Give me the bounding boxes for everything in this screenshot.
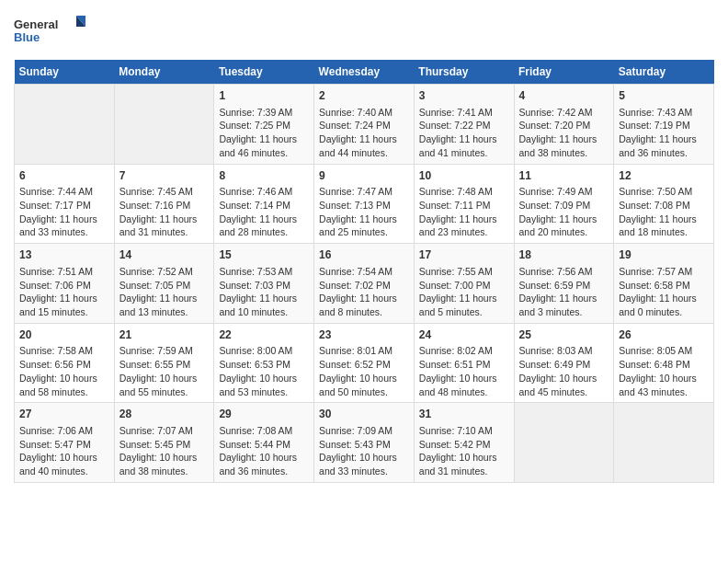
cell-text: Daylight: 10 hours and 43 minutes. [619, 372, 709, 398]
cell-text: Daylight: 10 hours and 36 minutes. [219, 451, 309, 477]
day-number: 13 [19, 247, 109, 263]
day-number: 12 [619, 168, 709, 184]
day-header-thursday: Thursday [414, 60, 514, 85]
logo: General Blue [14, 14, 87, 51]
cell-text: Daylight: 11 hours and 10 minutes. [219, 292, 309, 318]
cell-text: Daylight: 10 hours and 40 minutes. [19, 451, 109, 477]
calendar-cell: 1Sunrise: 7:39 AMSunset: 7:25 PMDaylight… [214, 85, 314, 165]
calendar-week-3: 13Sunrise: 7:51 AMSunset: 7:06 PMDayligh… [15, 244, 714, 324]
cell-text: Sunrise: 7:40 AM [319, 106, 409, 120]
logo-svg: General Blue [14, 14, 87, 51]
cell-text: Daylight: 10 hours and 53 minutes. [219, 372, 309, 398]
calendar-header: SundayMondayTuesdayWednesdayThursdayFrid… [15, 60, 714, 85]
day-header-friday: Friday [514, 60, 614, 85]
calendar-cell: 26Sunrise: 8:05 AMSunset: 6:48 PMDayligh… [614, 323, 714, 403]
cell-text: Sunrise: 7:47 AM [319, 185, 409, 199]
cell-text: Sunrise: 8:01 AM [319, 344, 409, 358]
calendar-cell [114, 85, 214, 165]
calendar-cell: 12Sunrise: 7:50 AMSunset: 7:08 PMDayligh… [614, 164, 714, 244]
cell-text: Sunset: 6:49 PM [519, 358, 609, 372]
cell-text: Sunrise: 7:08 AM [219, 424, 309, 438]
calendar-cell [15, 85, 115, 165]
cell-text: Sunrise: 7:57 AM [619, 265, 709, 279]
calendar-cell: 31Sunrise: 7:10 AMSunset: 5:42 PMDayligh… [414, 403, 514, 483]
cell-text: Daylight: 11 hours and 25 minutes. [319, 213, 409, 239]
cell-text: Sunset: 5:42 PM [419, 438, 509, 452]
day-header-wednesday: Wednesday [314, 60, 415, 85]
calendar-cell: 28Sunrise: 7:07 AMSunset: 5:45 PMDayligh… [114, 403, 214, 483]
cell-text: Sunset: 7:16 PM [119, 199, 210, 213]
cell-text: Sunrise: 7:39 AM [219, 106, 309, 120]
calendar-cell: 7Sunrise: 7:45 AMSunset: 7:16 PMDaylight… [114, 164, 214, 244]
day-number: 6 [19, 168, 109, 184]
calendar-cell: 14Sunrise: 7:52 AMSunset: 7:05 PMDayligh… [114, 244, 214, 324]
page-header: General Blue [14, 14, 714, 51]
cell-text: Sunset: 6:56 PM [19, 358, 109, 372]
cell-text: Sunrise: 8:05 AM [619, 344, 709, 358]
calendar-cell: 10Sunrise: 7:48 AMSunset: 7:11 PMDayligh… [414, 164, 514, 244]
cell-text: Daylight: 10 hours and 48 minutes. [419, 372, 509, 398]
cell-text: Sunrise: 7:53 AM [219, 265, 309, 279]
cell-text: Sunset: 6:58 PM [619, 279, 709, 293]
calendar-cell: 2Sunrise: 7:40 AMSunset: 7:24 PMDaylight… [314, 85, 415, 165]
cell-text: Sunset: 7:09 PM [519, 199, 609, 213]
cell-text: Daylight: 10 hours and 58 minutes. [19, 372, 109, 398]
cell-text: Daylight: 11 hours and 41 minutes. [419, 132, 509, 159]
cell-text: Sunrise: 8:00 AM [219, 344, 309, 358]
cell-text: Sunset: 7:11 PM [419, 199, 509, 213]
cell-text: Daylight: 11 hours and 28 minutes. [219, 213, 309, 239]
cell-text: Sunrise: 7:42 AM [519, 106, 609, 120]
cell-text: Sunset: 7:22 PM [419, 119, 509, 132]
cell-text: Sunrise: 7:10 AM [419, 424, 509, 438]
cell-text: Sunset: 5:47 PM [19, 438, 109, 452]
day-number: 27 [19, 407, 109, 422]
cell-text: Sunset: 6:51 PM [419, 358, 509, 372]
cell-text: Daylight: 11 hours and 44 minutes. [319, 132, 409, 159]
calendar-cell: 16Sunrise: 7:54 AMSunset: 7:02 PMDayligh… [314, 244, 415, 324]
day-header-monday: Monday [114, 60, 214, 85]
cell-text: Sunset: 7:19 PM [619, 119, 709, 132]
cell-text: Sunset: 7:14 PM [219, 199, 309, 213]
cell-text: Sunset: 7:02 PM [319, 279, 409, 293]
day-number: 29 [219, 407, 309, 422]
calendar-week-2: 6Sunrise: 7:44 AMSunset: 7:17 PMDaylight… [15, 164, 714, 244]
calendar-cell: 9Sunrise: 7:47 AMSunset: 7:13 PMDaylight… [314, 164, 415, 244]
day-number: 24 [419, 327, 509, 343]
cell-text: Sunrise: 7:44 AM [19, 185, 109, 199]
cell-text: Daylight: 11 hours and 36 minutes. [619, 132, 709, 159]
day-number: 21 [119, 327, 210, 343]
cell-text: Sunset: 6:48 PM [619, 358, 709, 372]
calendar-cell [514, 403, 614, 483]
calendar-cell: 5Sunrise: 7:43 AMSunset: 7:19 PMDaylight… [614, 85, 714, 165]
cell-text: Sunrise: 7:52 AM [119, 265, 210, 279]
cell-text: Sunrise: 7:46 AM [219, 185, 309, 199]
calendar-cell: 23Sunrise: 8:01 AMSunset: 6:52 PMDayligh… [314, 323, 415, 403]
cell-text: Sunset: 7:00 PM [419, 279, 509, 293]
cell-text: Daylight: 11 hours and 23 minutes. [419, 213, 509, 239]
cell-text: Daylight: 11 hours and 38 minutes. [519, 132, 609, 159]
day-number: 31 [419, 407, 509, 422]
cell-text: Sunrise: 7:48 AM [419, 185, 509, 199]
cell-text: Sunset: 7:03 PM [219, 279, 309, 293]
calendar-cell: 22Sunrise: 8:00 AMSunset: 6:53 PMDayligh… [214, 323, 314, 403]
calendar-cell: 17Sunrise: 7:55 AMSunset: 7:00 PMDayligh… [414, 244, 514, 324]
calendar-cell: 27Sunrise: 7:06 AMSunset: 5:47 PMDayligh… [15, 403, 115, 483]
cell-text: Sunset: 6:53 PM [219, 358, 309, 372]
cell-text: Daylight: 11 hours and 31 minutes. [119, 213, 210, 239]
cell-text: Daylight: 11 hours and 3 minutes. [519, 292, 609, 318]
cell-text: Sunset: 5:44 PM [219, 438, 309, 452]
calendar-cell: 18Sunrise: 7:56 AMSunset: 6:59 PMDayligh… [514, 244, 614, 324]
day-number: 23 [319, 327, 409, 343]
cell-text: Sunrise: 7:50 AM [619, 185, 709, 199]
cell-text: Sunrise: 7:51 AM [19, 265, 109, 279]
calendar-cell: 15Sunrise: 7:53 AMSunset: 7:03 PMDayligh… [214, 244, 314, 324]
cell-text: Sunset: 7:17 PM [19, 199, 109, 213]
day-number: 30 [319, 407, 409, 422]
day-number: 17 [419, 247, 509, 263]
cell-text: Sunrise: 7:09 AM [319, 424, 409, 438]
cell-text: Daylight: 11 hours and 15 minutes. [19, 292, 109, 318]
day-number: 18 [519, 247, 609, 263]
cell-text: Sunrise: 7:07 AM [119, 424, 210, 438]
day-number: 2 [319, 88, 409, 104]
cell-text: Daylight: 11 hours and 20 minutes. [519, 213, 609, 239]
